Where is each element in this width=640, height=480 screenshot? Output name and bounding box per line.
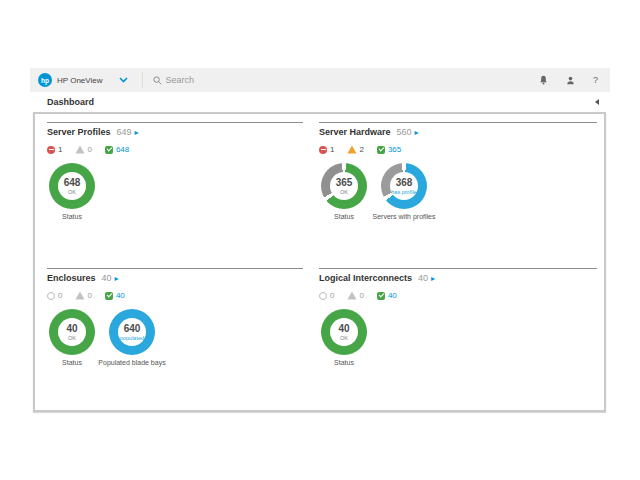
- status-warning[interactable]: 2: [347, 145, 363, 154]
- donut-status[interactable]: 365 OK Status: [321, 163, 367, 220]
- panel-server-profiles: Server Profiles 649 ▸ 1 0 648: [47, 122, 303, 220]
- donut-chart[interactable]: 640 populated: [109, 309, 155, 355]
- donut-value: 640: [124, 324, 141, 334]
- donut-sublabel: has profile: [391, 189, 416, 195]
- panel-header[interactable]: Logical Interconnects 40 ▸: [319, 273, 597, 283]
- panel-title[interactable]: Enclosures: [47, 273, 96, 283]
- donut-hole: 40 OK: [330, 318, 358, 346]
- status-count: 0: [359, 291, 363, 300]
- search-bar[interactable]: [153, 75, 539, 85]
- donut-hole: 368 has profile: [390, 172, 418, 200]
- donut-chart[interactable]: 648 OK: [49, 163, 95, 209]
- panel-link-arrow-icon[interactable]: ▸: [431, 274, 435, 283]
- status-count: 0: [58, 291, 62, 300]
- warning-icon: [75, 292, 84, 300]
- donut-status[interactable]: 40 OK Status: [321, 309, 367, 366]
- donut-row: 40 OK Status 640 populated Populated bla…: [49, 309, 303, 366]
- topbar-divider: [142, 72, 143, 88]
- donut-hole: 640 populated: [118, 318, 146, 346]
- panel-title[interactable]: Logical Interconnects: [319, 273, 412, 283]
- panel-count[interactable]: 40: [102, 273, 112, 283]
- donut-label-text: Status: [62, 213, 82, 220]
- panel-server-hardware: Server Hardware 560 ▸ 1 2 365: [319, 122, 597, 220]
- donut-label-text: Servers with profiles: [372, 213, 435, 220]
- panel-count[interactable]: 649: [117, 127, 132, 137]
- status-critical[interactable]: 1: [47, 145, 62, 154]
- status-count: 0: [87, 291, 91, 300]
- status-count: 2: [359, 145, 363, 154]
- status-count: 40: [116, 291, 125, 300]
- panel-link-arrow-icon[interactable]: ▸: [135, 128, 139, 137]
- donut-sublabel: OK: [68, 335, 76, 341]
- hp-logo-icon: hp: [38, 73, 52, 87]
- donut-chart[interactable]: 40 OK: [321, 309, 367, 355]
- donut-chart[interactable]: 40 OK: [49, 309, 95, 355]
- panel-header[interactable]: Server Profiles 649 ▸: [47, 127, 303, 137]
- donut-value: 40: [66, 324, 77, 334]
- panel-header[interactable]: Server Hardware 560 ▸: [319, 127, 597, 137]
- app-switcher[interactable]: hp HP OneView: [38, 73, 103, 87]
- warning-icon: [347, 292, 356, 300]
- donut-status[interactable]: 40 OK Status: [49, 309, 95, 366]
- status-ok[interactable]: 365: [377, 145, 401, 154]
- donut-label-text: Populated blade bays: [98, 359, 165, 366]
- status-count: 1: [330, 145, 334, 154]
- donut-hole: 365 OK: [330, 172, 358, 200]
- panel-title[interactable]: Server Profiles: [47, 127, 111, 137]
- donut-sublabel: OK: [340, 335, 348, 341]
- search-icon: [153, 76, 162, 85]
- status-row: 0 0 40: [319, 291, 597, 300]
- donut-chart[interactable]: 365 OK: [321, 163, 367, 209]
- status-ok[interactable]: 40: [105, 291, 125, 300]
- chevron-down-icon[interactable]: [119, 77, 128, 83]
- error-icon: [47, 146, 55, 154]
- panel-header[interactable]: Enclosures 40 ▸: [47, 273, 303, 283]
- app-name: HP OneView: [57, 76, 103, 85]
- donut-servers-with-profiles[interactable]: 368 has profile Servers with profiles: [381, 163, 427, 220]
- status-ok[interactable]: 648: [105, 145, 129, 154]
- donut-label: Populated blade bays: [109, 359, 155, 366]
- status-row: 0 0 40: [47, 291, 303, 300]
- status-count: 0: [330, 291, 334, 300]
- status-row: 1 0 648: [47, 145, 303, 154]
- panel-link-arrow-icon[interactable]: ▸: [415, 128, 419, 137]
- status-count: 1: [58, 145, 62, 154]
- help-icon[interactable]: ?: [593, 75, 598, 85]
- panel-title[interactable]: Server Hardware: [319, 127, 391, 137]
- donut-label: Servers with profiles: [381, 213, 427, 220]
- status-warning[interactable]: 0: [347, 291, 363, 300]
- donut-sublabel: OK: [68, 189, 76, 195]
- panel-count[interactable]: 40: [418, 273, 428, 283]
- panel-rule: [319, 268, 597, 269]
- donut-label: Status: [321, 213, 367, 220]
- status-count: 648: [116, 145, 129, 154]
- bell-icon[interactable]: [539, 75, 548, 85]
- status-warning[interactable]: 0: [75, 291, 91, 300]
- donut-chart[interactable]: 368 has profile: [381, 163, 427, 209]
- user-icon[interactable]: [566, 76, 575, 85]
- donut-status[interactable]: 648 OK Status: [49, 163, 95, 220]
- error-icon: [47, 292, 55, 300]
- panel-link-arrow-icon[interactable]: ▸: [115, 274, 119, 283]
- status-critical[interactable]: 1: [319, 145, 334, 154]
- search-input[interactable]: [166, 75, 366, 85]
- donut-label: Status: [321, 359, 367, 366]
- status-count: 40: [388, 291, 397, 300]
- status-critical[interactable]: 0: [319, 291, 334, 300]
- donut-row: 40 OK Status: [321, 309, 597, 366]
- donut-populated-blade-bays[interactable]: 640 populated Populated blade bays: [109, 309, 155, 366]
- status-warning[interactable]: 0: [75, 145, 91, 154]
- status-critical[interactable]: 0: [47, 291, 62, 300]
- donut-sublabel: OK: [340, 189, 348, 195]
- page-title: Dashboard: [47, 97, 94, 107]
- dashboard-card: Server Profiles 649 ▸ 1 0 648: [33, 112, 606, 412]
- error-icon: [319, 146, 327, 154]
- topbar: hp HP OneView ?: [30, 68, 610, 92]
- topbar-actions: ?: [539, 75, 598, 85]
- donut-label-text: Status: [334, 359, 354, 366]
- collapse-panel-icon[interactable]: [595, 99, 599, 105]
- panel-count[interactable]: 560: [397, 127, 412, 137]
- ok-icon: [377, 146, 385, 154]
- screenshot-stage: hp HP OneView ? Dashboard: [0, 0, 640, 480]
- status-ok[interactable]: 40: [377, 291, 397, 300]
